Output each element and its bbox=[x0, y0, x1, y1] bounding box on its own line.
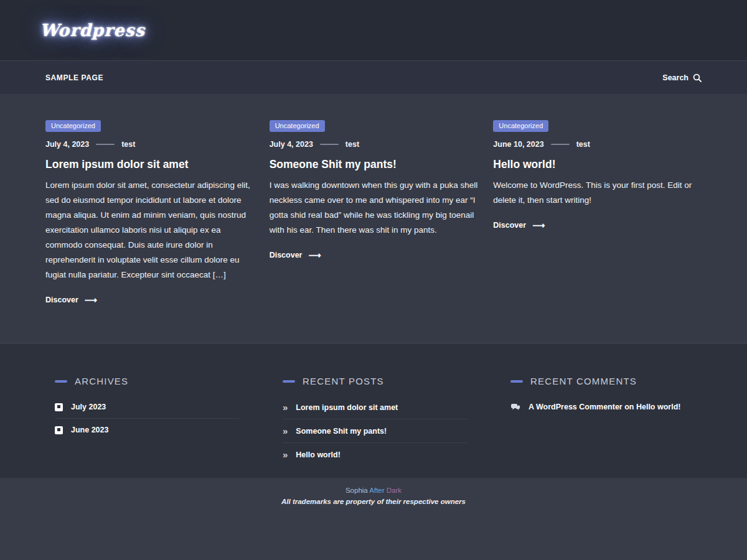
recent-post-link[interactable]: » Lorem ipsum dolor sit amet bbox=[283, 396, 474, 418]
site-header: Wordpress bbox=[0, 0, 747, 60]
search-icon bbox=[693, 73, 702, 82]
post-date: July 4, 2023 bbox=[270, 140, 313, 149]
double-chevron-icon: » bbox=[283, 403, 288, 412]
post-author[interactable]: test bbox=[576, 140, 590, 149]
heading-dash bbox=[55, 380, 67, 383]
discover-label: Discover bbox=[45, 296, 78, 304]
discover-link[interactable]: Discover ⟶ bbox=[493, 221, 545, 230]
divider bbox=[55, 418, 240, 419]
widget-heading: ARCHIVES bbox=[55, 376, 246, 386]
divider bbox=[283, 442, 467, 443]
double-chevron-icon: » bbox=[283, 450, 288, 459]
main-nav: SAMPLE PAGE Search bbox=[0, 60, 747, 94]
widget-recent-comments: RECENT COMMENTS A WordPress Commenter on… bbox=[501, 376, 702, 465]
post-card: Uncategorized June 10, 2023 test Hello w… bbox=[493, 119, 702, 305]
trademark-notice: All trademarks are property of their res… bbox=[0, 498, 747, 505]
post-title[interactable]: Someone Shit my pants! bbox=[270, 158, 478, 171]
recent-post-label: Lorem ipsum dolor sit amet bbox=[296, 403, 398, 412]
discover-link[interactable]: Discover ⟶ bbox=[270, 251, 321, 259]
post-meta: July 4, 2023 test bbox=[270, 140, 478, 149]
site-logo[interactable]: Wordpress bbox=[40, 21, 145, 40]
post-card: Uncategorized July 4, 2023 test Someone … bbox=[270, 119, 478, 305]
arrow-right-icon: ⟶ bbox=[532, 221, 545, 230]
recent-comment-label: A WordPress Commenter on Hello world! bbox=[529, 403, 680, 411]
footer-widgets: ARCHIVES July 2023 June 2023 RECENT POST… bbox=[0, 343, 747, 478]
search-label: Search bbox=[662, 73, 688, 82]
double-chevron-icon: » bbox=[283, 426, 288, 436]
discover-label: Discover bbox=[270, 251, 303, 259]
theme-credits: Sophia After Dark bbox=[0, 487, 747, 494]
heading-dash bbox=[510, 380, 523, 383]
post-title[interactable]: Hello world! bbox=[493, 158, 702, 171]
post-meta: June 10, 2023 test bbox=[493, 140, 702, 149]
discover-link[interactable]: Discover ⟶ bbox=[45, 296, 97, 304]
post-meta: July 4, 2023 test bbox=[45, 140, 254, 149]
widget-title: RECENT POSTS bbox=[303, 376, 384, 386]
category-badge[interactable]: Uncategorized bbox=[45, 120, 101, 132]
heading-dash bbox=[283, 380, 295, 383]
theme-link-dark[interactable]: Dark bbox=[387, 487, 402, 494]
meta-separator bbox=[320, 144, 339, 145]
post-date: June 10, 2023 bbox=[493, 140, 543, 149]
category-badge[interactable]: Uncategorized bbox=[493, 120, 548, 132]
widget-archives: ARCHIVES July 2023 June 2023 bbox=[45, 376, 246, 465]
archive-link[interactable]: July 2023 bbox=[55, 396, 246, 418]
arrow-right-icon: ⟶ bbox=[308, 251, 321, 259]
speech-bubbles-icon bbox=[510, 403, 520, 411]
theme-name: Sophia bbox=[345, 487, 368, 494]
widget-title: RECENT COMMENTS bbox=[530, 376, 637, 386]
recent-post-link[interactable]: » Someone Shit my pants! bbox=[283, 420, 474, 442]
post-date: July 4, 2023 bbox=[45, 140, 89, 149]
search-button[interactable]: Search bbox=[662, 73, 702, 82]
recent-post-link[interactable]: » Hello world! bbox=[283, 444, 474, 465]
post-title[interactable]: Lorem ipsum dolor sit amet bbox=[45, 158, 254, 171]
discover-label: Discover bbox=[493, 221, 526, 230]
archive-label: June 2023 bbox=[71, 426, 108, 434]
category-badge[interactable]: Uncategorized bbox=[270, 120, 325, 132]
post-author[interactable]: test bbox=[121, 140, 135, 149]
post-author[interactable]: test bbox=[345, 140, 359, 149]
meta-separator bbox=[96, 144, 115, 145]
widget-recent-posts: RECENT POSTS » Lorem ipsum dolor sit ame… bbox=[273, 376, 474, 465]
posts-grid: Uncategorized July 4, 2023 test Lorem ip… bbox=[45, 119, 702, 305]
recent-post-label: Someone Shit my pants! bbox=[296, 427, 387, 436]
widget-heading: RECENT POSTS bbox=[283, 376, 474, 386]
calendar-icon bbox=[55, 426, 63, 434]
nav-item-sample-page[interactable]: SAMPLE PAGE bbox=[45, 73, 103, 82]
post-excerpt: Welcome to WordPress. This is your first… bbox=[493, 178, 702, 208]
calendar-icon bbox=[55, 403, 63, 411]
divider bbox=[283, 419, 467, 419]
post-card: Uncategorized July 4, 2023 test Lorem ip… bbox=[45, 119, 254, 305]
meta-separator bbox=[551, 144, 570, 145]
archive-label: July 2023 bbox=[71, 403, 106, 411]
widget-title: ARCHIVES bbox=[75, 376, 128, 386]
archive-link[interactable]: June 2023 bbox=[55, 419, 246, 441]
posts-area: Uncategorized July 4, 2023 test Lorem ip… bbox=[0, 94, 747, 343]
post-excerpt: Lorem ipsum dolor sit amet, consectetur … bbox=[45, 178, 254, 282]
widget-heading: RECENT COMMENTS bbox=[510, 376, 702, 386]
theme-link-after[interactable]: After bbox=[369, 487, 384, 494]
arrow-right-icon: ⟶ bbox=[85, 296, 97, 304]
recent-post-label: Hello world! bbox=[296, 450, 341, 459]
recent-comment-link[interactable]: A WordPress Commenter on Hello world! bbox=[510, 396, 702, 418]
post-excerpt: I was walking downtown when this guy wit… bbox=[270, 178, 478, 238]
bottom-bar: Sophia After Dark All trademarks are pro… bbox=[0, 478, 747, 560]
